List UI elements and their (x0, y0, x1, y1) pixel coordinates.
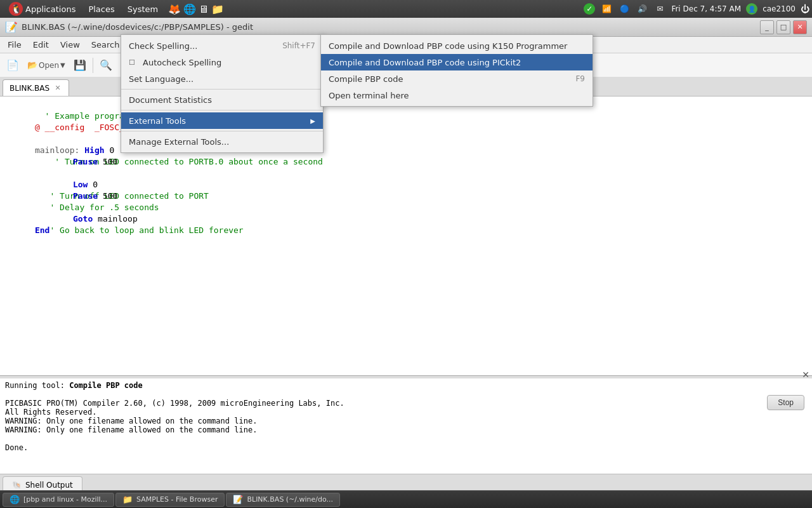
stop-button[interactable]: Stop (767, 395, 804, 410)
signal-icon: 📶 (600, 3, 613, 15)
close-button[interactable]: ✕ (793, 20, 807, 34)
tools-set-language[interactable]: Set Language... (121, 70, 323, 87)
submenu-k150[interactable]: Compile and Download PBP code using K150… (321, 37, 593, 54)
panel-right: ✓ 📶 🔵 🔊 ✉ Fri Dec 7, 4:57 AM 👤 cae2100 ⏻ (584, 3, 809, 15)
bluetooth-icon: 🔵 (618, 3, 631, 15)
window-controls: _ □ ✕ (760, 20, 807, 34)
external-tools-submenu: Compile and Download PBP code using K150… (320, 34, 593, 107)
external-tools-label: External Tools (129, 116, 186, 126)
datetime-display: Fri Dec 7, 4:57 AM (671, 4, 741, 13)
check-spelling-shortcut: Shift+F7 (282, 41, 315, 50)
new-button[interactable]: 📄 (3, 55, 23, 76)
open-button[interactable]: 📂 Open ▼ (24, 55, 69, 76)
tools-doc-statistics[interactable]: Document Statistics (121, 91, 323, 108)
toolbar-sep-1 (93, 58, 93, 73)
top-panel: 🐧 Applications Places System 🦊 🌐 🖥 📁 ✓ 📶… (0, 0, 812, 18)
firefox-icon[interactable]: 🦊 (168, 3, 181, 15)
menu-file[interactable]: File (3, 39, 27, 51)
tab-label: BLINK.BAS (10, 84, 49, 93)
set-language-label: Set Language... (129, 74, 193, 84)
volume-icon: 🔊 (636, 3, 648, 15)
network-ok-icon: ✓ (584, 3, 595, 15)
external-tools-arrow: ▶ (310, 117, 315, 124)
menu-sep-3 (121, 131, 323, 131)
app-menu: 🐧 Applications Places System 🦊 🌐 🖥 📁 (3, 1, 224, 17)
submenu-compile[interactable]: Compile PBP code F9 (321, 70, 593, 87)
taskbar-item-firefox[interactable]: 🌐 [pbp and linux - Mozill... (3, 493, 114, 507)
shell-tool-line: Running tool: Compile PBP code (5, 381, 807, 390)
open-dropdown-icon[interactable]: ▼ (60, 62, 65, 69)
taskbar-item-gedit[interactable]: 📝 BLINK.BAS (~/.wine/do... (226, 493, 340, 507)
submenu-terminal[interactable]: Open terminal here (321, 87, 593, 104)
open-icon: 📂 (27, 60, 37, 70)
check-spelling-label: Check Spelling... (129, 41, 197, 51)
taskbar-item-firefox-label: [pbp and linux - Mozill... (23, 495, 107, 504)
shell-output-content: Running tool: Compile PBP code PICBASIC … (0, 378, 812, 474)
save-button[interactable]: 💾 (70, 55, 90, 76)
user-avatar: 👤 (746, 3, 757, 15)
autocheck-label: Autocheck Spelling (143, 58, 221, 67)
maximize-button[interactable]: □ (776, 20, 790, 34)
manage-external-label: Manage External Tools... (129, 137, 229, 147)
taskbar: 🌐 [pbp and linux - Mozill... 📁 SAMPLES -… (0, 490, 812, 508)
gedit-taskbar-icon: 📝 (233, 495, 243, 505)
code-line-8: Pause 500 ' Delay for .5 seconds (0, 179, 812, 190)
submenu-pickit2[interactable]: Compile and Download PBP code using PICk… (321, 54, 593, 70)
k150-label: Compile and Download PBP code using K150… (329, 41, 567, 51)
shell-tab-label: Shell Output (25, 481, 73, 490)
tools-external-tools[interactable]: External Tools ▶ (121, 112, 323, 129)
taskbar-item-files[interactable]: 📁 SAMPLES - File Browser (115, 493, 225, 507)
minimize-button[interactable]: _ (760, 20, 774, 34)
code-line-7: Low 0 ' Turn off LED connected to PORT (0, 168, 812, 179)
menu-search[interactable]: Search (86, 39, 125, 51)
shell-close-button[interactable]: ✕ (802, 370, 809, 380)
panel-places-menu[interactable]: Places (82, 3, 121, 15)
taskbar-item-gedit-label: BLINK.BAS (~/.wine/do... (247, 495, 333, 504)
terminal-here-label: Open terminal here (329, 91, 409, 100)
compile-label: Compile PBP code (329, 74, 403, 84)
compile-shortcut: F9 (575, 74, 585, 83)
tab-close-button[interactable]: ✕ (53, 84, 62, 93)
running-tool-label: Running tool: (5, 381, 69, 390)
shell-panel-header: ✕ (0, 376, 812, 378)
gedit-app-icon: 📝 (5, 21, 18, 33)
power-icon[interactable]: ⏻ (801, 4, 809, 14)
ubuntu-icon: 🐧 (9, 2, 23, 16)
pickit2-label: Compile and Download PBP code using PICk… (329, 58, 521, 67)
shell-tab-icon: 🐚 (12, 481, 22, 490)
panel-apps-menu[interactable]: 🐧 Applications (3, 1, 82, 17)
window-title: BLINK.BAS (~/.wine/dosdevices/c:/PBP/SAM… (22, 22, 253, 32)
tools-menu: Check Spelling... Shift+F7 ☐ Autocheck S… (121, 34, 324, 153)
open-label: Open (39, 61, 59, 70)
menu-edit[interactable]: Edit (28, 39, 54, 51)
shell-output-text: PICBASIC PRO(TM) Compiler 2.60, (c) 1998… (5, 399, 807, 452)
tab-blink-bas[interactable]: BLINK.BAS ✕ (3, 79, 69, 96)
browser-icon[interactable]: 🌐 (183, 3, 196, 15)
tools-check-spelling[interactable]: Check Spelling... Shift+F7 (121, 37, 323, 54)
menu-view[interactable]: View (55, 39, 85, 51)
panel-system-menu[interactable]: System (121, 3, 164, 15)
terminal-icon[interactable]: 🖥 (199, 3, 209, 15)
search-button[interactable]: 🔍 (96, 55, 116, 76)
menu-sep-2 (121, 110, 323, 110)
firefox-taskbar-icon: 🌐 (10, 495, 20, 505)
taskbar-item-files-label: SAMPLES - File Browser (136, 495, 218, 504)
running-tool-command: Compile PBP code (69, 381, 143, 390)
shell-panel: ✕ Running tool: Compile PBP code PICBASI… (0, 375, 812, 493)
mail-icon: ✉ (653, 3, 666, 15)
menu-sep-1 (121, 89, 323, 90)
tools-autocheck-spelling[interactable]: ☐ Autocheck Spelling (121, 54, 323, 70)
username-display: cae2100 (763, 4, 796, 13)
tools-manage-external[interactable]: Manage External Tools... (121, 133, 323, 150)
doc-statistics-label: Document Statistics (129, 95, 212, 105)
files-icon[interactable]: 📁 (211, 3, 224, 15)
files-taskbar-icon: 📁 (122, 495, 133, 505)
autocheck-checkbox: ☐ (129, 58, 139, 67)
